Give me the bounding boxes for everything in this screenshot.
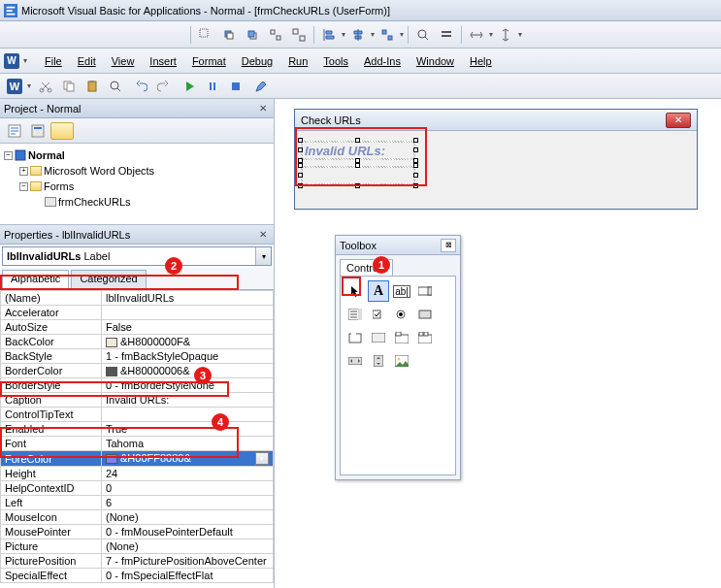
property-value[interactable]: Tahoma [102, 437, 274, 451]
property-value[interactable]: 0 - fmMousePointerDefault [102, 525, 274, 539]
form-client-area[interactable]: Invalid URLs: [295, 131, 697, 209]
tool-frame[interactable] [344, 327, 366, 348]
chevron-down-icon[interactable]: ▾ [23, 56, 31, 65]
property-value[interactable]: True [102, 422, 274, 437]
project-tree[interactable]: −Normal +Microsoft Word Objects −Forms f… [0, 144, 274, 225]
tool-tabstrip[interactable] [391, 327, 412, 348]
property-value[interactable]: &H80000006& [102, 364, 274, 378]
property-value[interactable]: Invalid URLs: [102, 393, 274, 408]
menu-run[interactable]: Run [280, 51, 315, 71]
menu-insert[interactable]: Insert [142, 51, 184, 71]
property-value[interactable]: 1 - fmBackStyleOpaque [102, 349, 274, 364]
property-row[interactable]: MousePointer0 - fmMousePointerDefault [1, 525, 274, 539]
property-row[interactable]: HelpContextID0 [1, 481, 274, 496]
property-row[interactable]: PicturePosition7 - fmPicturePositionAbov… [1, 554, 274, 569]
property-row[interactable]: BorderColor&H80000006& [1, 364, 274, 378]
property-value[interactable]: lblInvalidURLs [102, 291, 274, 306]
undo-button[interactable] [130, 76, 151, 97]
properties-grid[interactable]: (Name)lblInvalidURLsAcceleratorAutoSizeF… [0, 289, 274, 588]
form-titlebar[interactable]: Check URLs ✕ [295, 110, 697, 131]
tool-togglebutton[interactable] [414, 304, 436, 325]
close-icon[interactable]: ✕ [256, 102, 270, 115]
label-invalid-urls[interactable]: Invalid URLs: [301, 141, 415, 160]
chevron-down-icon[interactable]: ▾ [255, 247, 271, 265]
object-selector[interactable]: lblInvalidURLs Label ▾ [2, 246, 272, 266]
toolbar-bring-front[interactable] [218, 24, 240, 46]
menu-help[interactable]: Help [462, 51, 500, 71]
view-object-button[interactable] [27, 120, 49, 142]
menu-debug[interactable]: Debug [234, 51, 280, 71]
tool-listbox[interactable] [344, 304, 366, 325]
more-button[interactable] [436, 24, 457, 46]
property-row[interactable]: Height24 [1, 467, 274, 481]
run-button[interactable] [179, 76, 200, 97]
design-mode-button[interactable] [250, 76, 272, 97]
menu-window[interactable]: Window [409, 51, 462, 71]
close-icon[interactable]: ✕ [666, 113, 691, 128]
word-icon[interactable] [4, 53, 19, 69]
property-row[interactable]: BackStyle1 - fmBackStyleOpaque [1, 349, 274, 364]
property-value[interactable]: False [102, 320, 274, 335]
toolbar-select-objects[interactable] [195, 24, 216, 46]
tool-label[interactable]: A [368, 280, 389, 302]
menu-addins[interactable]: Add-Ins [356, 51, 409, 71]
toolbar-group[interactable] [265, 24, 286, 46]
close-icon[interactable]: ✕ [256, 228, 270, 242]
align-left-button[interactable] [318, 24, 340, 46]
toolbox-window[interactable]: Toolbox ⊠ Controls A ab| [335, 235, 461, 480]
property-value[interactable]: 24 [102, 467, 274, 481]
tab-alphabetic[interactable]: Alphabetic [2, 270, 69, 289]
label-secondary[interactable] [301, 166, 415, 185]
tool-optionbutton[interactable] [391, 304, 412, 325]
tab-categorized[interactable]: Categorized [71, 270, 146, 289]
toolbox-titlebar[interactable]: Toolbox ⊠ [336, 236, 460, 255]
menu-format[interactable]: Format [184, 51, 234, 71]
redo-button[interactable] [153, 76, 175, 97]
property-row[interactable]: Left6 [1, 496, 274, 510]
property-value[interactable]: 6 [102, 496, 274, 510]
property-value[interactable]: (None) [102, 539, 274, 554]
toolbar-ungroup[interactable] [288, 24, 310, 46]
menu-edit[interactable]: Edit [70, 51, 104, 71]
property-row[interactable]: SpecialEffect0 - fmSpecialEffectFlat [1, 569, 274, 583]
property-row[interactable]: EnabledTrue [1, 422, 274, 437]
property-row[interactable]: BorderStyle0 - fmBorderStyleNone [1, 378, 274, 393]
property-row[interactable]: ControlTipText [1, 408, 274, 422]
view-word-button[interactable]: W [4, 76, 25, 97]
property-row[interactable]: CaptionInvalid URLs: [1, 393, 274, 408]
vspace-button[interactable] [495, 24, 516, 46]
menu-tools[interactable]: Tools [315, 51, 356, 71]
property-value[interactable] [102, 408, 274, 422]
property-value[interactable]: &H8000000F& [102, 335, 274, 349]
property-row[interactable]: FontTahoma [1, 437, 274, 451]
paste-button[interactable] [82, 76, 103, 97]
tool-commandbutton[interactable] [368, 327, 389, 348]
same-size-button[interactable] [377, 24, 398, 46]
menu-view[interactable]: View [104, 51, 143, 71]
tool-combobox[interactable] [414, 280, 436, 302]
break-button[interactable] [202, 76, 223, 97]
cut-button[interactable] [35, 76, 56, 97]
tool-checkbox[interactable] [368, 304, 389, 325]
tool-textbox[interactable]: ab| [391, 280, 412, 302]
tool-multipage[interactable] [414, 327, 436, 348]
zoom-button[interactable] [412, 24, 434, 46]
toolbox-tab-controls[interactable]: Controls [340, 259, 393, 276]
property-row[interactable]: Picture(None) [1, 539, 274, 554]
property-value[interactable]: 0 - fmSpecialEffectFlat [102, 569, 274, 583]
property-value[interactable]: 0 - fmBorderStyleNone [102, 378, 274, 393]
property-value[interactable]: 0 [102, 481, 274, 496]
userform-designer[interactable]: Check URLs ✕ Invalid URLs: [294, 109, 698, 210]
property-row[interactable]: AutoSizeFalse [1, 320, 274, 335]
property-row[interactable]: Accelerator [1, 306, 274, 320]
property-row[interactable]: MouseIcon(None) [1, 510, 274, 525]
toolbar-send-back[interactable] [242, 24, 263, 46]
toggle-folders-button[interactable] [50, 122, 74, 140]
center-button[interactable] [347, 24, 369, 46]
property-row[interactable]: (Name)lblInvalidURLs [1, 291, 274, 306]
property-value[interactable]: 7 - fmPicturePositionAboveCenter [102, 554, 274, 569]
copy-button[interactable] [58, 76, 80, 97]
chevron-down-icon[interactable]: ▾ [255, 452, 269, 465]
property-row[interactable]: ForeColor&H00FF8080&▾ [1, 451, 274, 467]
property-value[interactable]: (None) [102, 510, 274, 525]
